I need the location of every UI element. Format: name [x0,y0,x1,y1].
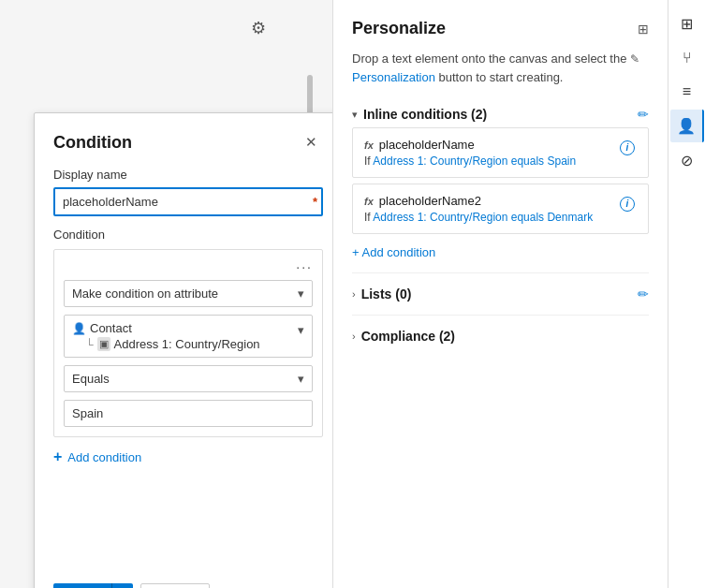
inline-conditions-section: ▾ Inline conditions (2) ✏ fx placeholder… [352,101,649,273]
personalize-header: Personalize ⊞ [352,19,649,38]
save-button-group: Save ▾ [53,583,133,588]
condition-1-title: placeholderName [379,138,475,152]
field-icon: ▣ [97,337,110,351]
condition-1-fx-badge: fx [364,140,374,151]
attribute-dropdown-chevron: ▾ [298,287,304,301]
inline-conditions-label: Inline conditions (2) [363,107,487,122]
condition-1-desc: If Address 1: Country/Region equals Spai… [364,154,618,168]
contact-selector-chevron: ▾ [298,323,304,337]
condition-item-2-content: fx placeholderName2 If Address 1: Countr… [364,194,618,224]
description-suffix: button to start creating. [439,70,564,84]
condition-1-info-btn[interactable]: i [618,138,637,155]
icon-bar-branches-btn[interactable]: ⑂ [670,42,704,74]
contact-address-selector[interactable]: 👤 Contact └ ▣ Address 1: Country/Region … [64,315,313,358]
cancel-button[interactable]: Cancel [140,583,210,588]
icon-bar-add-btn[interactable]: ⊞ [670,7,704,40]
value-input[interactable] [64,400,313,427]
lists-toggle-row[interactable]: › Lists (0) ✏ [352,281,649,307]
inline-conditions-edit-btn[interactable]: ✏ [638,107,649,122]
condition-2-link[interactable]: Address 1: Country/Region equals Denmark [373,211,593,224]
add-condition-link[interactable]: + Add condition [352,240,649,265]
person-plus-icon: 👤 [677,117,696,135]
address-label: Address 1: Country/Region [114,337,260,351]
attribute-dropdown[interactable]: Make condition on attribute ▾ [64,280,313,307]
condition-item-1-content: fx placeholderName If Address 1: Country… [364,138,618,168]
condition-1-info-icon: i [620,140,635,155]
display-name-input[interactable] [53,187,323,216]
condition-box: ··· Make condition on attribute ▾ 👤 Cont… [53,249,323,437]
compliance-toggle-row[interactable]: › Compliance (2) [352,323,649,349]
save-dropdown-button[interactable]: ▾ [111,583,133,588]
close-icon: ✕ [305,134,317,150]
personalize-header-icon-btn[interactable]: ⊞ [638,22,649,37]
condition-dialog: Condition ✕ Display name * Condition ···… [34,112,343,588]
condition-dialog-header: Condition ✕ [53,132,323,153]
icon-bar: ⊞ ⑂ ≡ 👤 ⊘ [668,0,705,588]
person-icon: 👤 [72,322,86,335]
save-button[interactable]: Save [53,583,111,588]
lists-label: Lists (0) [361,287,412,301]
personalize-header-icon: ⊞ [638,22,649,37]
close-button[interactable]: ✕ [300,132,323,153]
lists-section: › Lists (0) ✏ [352,281,649,316]
gear-icon: ⚙ [251,19,266,37]
branches-icon: ⑂ [683,50,692,66]
eraser-icon: ⊘ [681,152,693,169]
condition-item-2: fx placeholderName2 If Address 1: Countr… [352,184,649,234]
inline-conditions-chevron: ▾ [352,109,358,121]
condition-2-title: placeholderName2 [379,194,481,208]
icon-bar-eraser-btn[interactable]: ⊘ [670,144,704,177]
add-condition-link-text: + Add condition [352,245,435,259]
condition-2-info-icon: i [620,197,635,212]
personalization-link: Personalization [352,70,435,84]
condition-2-fx-badge: fx [364,196,374,207]
gear-button[interactable]: ⚙ [251,18,266,38]
condition-section-label: Condition [53,228,105,242]
lists-edit-btn[interactable]: ✏ [638,287,649,301]
inline-conditions-toggle-row[interactable]: ▾ Inline conditions (2) ✏ [352,101,649,127]
add-condition-plus-icon: + [53,448,62,465]
lists-chevron: › [352,288,356,300]
required-asterisk: * [313,195,317,209]
personalize-description: Drop a text element onto the canvas and … [352,50,649,86]
condition-2-info-btn[interactable]: i [618,194,637,212]
attribute-dropdown-label: Make condition on attribute [72,287,218,301]
personalize-panel: Personalize ⊞ Drop a text element onto t… [332,0,668,588]
compliance-label: Compliance (2) [361,329,455,344]
add-condition-label: Add condition [67,450,141,464]
condition-item-1: fx placeholderName If Address 1: Country… [352,127,649,178]
contact-tree: 👤 Contact └ ▣ Address 1: Country/Region [72,321,260,351]
branch-icon: └ [85,338,94,351]
contact-label: Contact [90,321,132,335]
display-name-label: Display name [53,168,323,182]
description-text: Drop a text element onto the canvas and … [352,51,639,84]
compliance-chevron: › [352,331,356,342]
list-icon: ≡ [683,83,691,100]
personalization-icon-inline: ✎ [630,52,639,66]
equals-dropdown[interactable]: Equals ▾ [64,365,313,392]
condition-2-desc: If Address 1: Country/Region equals Denm… [364,211,618,224]
personalize-title: Personalize [352,19,446,38]
compliance-section: › Compliance (2) [352,323,649,357]
condition-1-link[interactable]: Address 1: Country/Region equals Spain [373,154,576,168]
add-square-icon: ⊞ [681,15,693,33]
condition-dots-menu[interactable]: ··· [296,259,313,274]
equals-chevron: ▾ [298,372,304,386]
icon-bar-list-btn[interactable]: ≡ [670,76,704,108]
icon-bar-person-btn[interactable]: 👤 [670,110,704,142]
add-condition-row[interactable]: + Add condition [53,448,323,465]
condition-dialog-title: Condition [53,133,132,153]
equals-label: Equals [72,372,110,386]
